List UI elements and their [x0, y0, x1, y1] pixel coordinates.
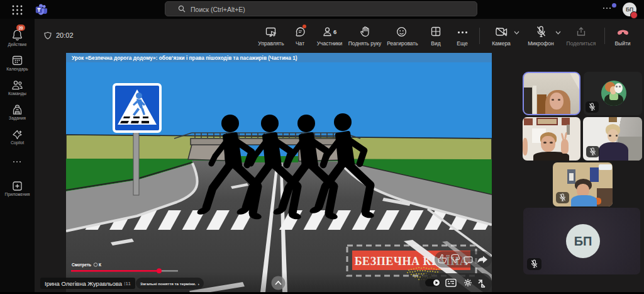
svg-text:Смотреть: Смотреть [72, 263, 91, 268]
svg-text:К: К [99, 263, 101, 267]
